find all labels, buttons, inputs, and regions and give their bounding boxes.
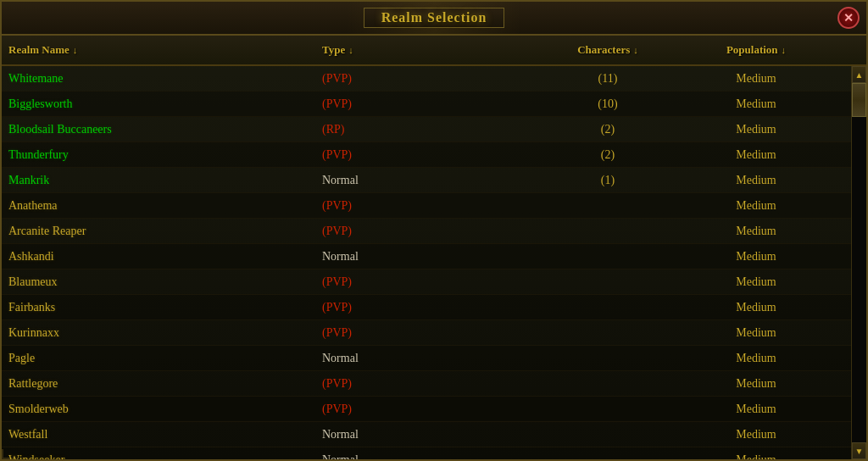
table-row[interactable]: Thunderfury (PVP) (2) Medium bbox=[2, 142, 866, 168]
realm-name-cell: Bloodsail Buccaneers bbox=[2, 123, 315, 136]
realm-population-cell: Medium bbox=[671, 225, 841, 238]
realm-type-cell: Normal bbox=[315, 453, 544, 460]
realm-name-cell: Pagle bbox=[2, 352, 315, 365]
realm-population-cell: Medium bbox=[671, 123, 841, 136]
realm-type-cell: (PVP) bbox=[315, 148, 544, 162]
realm-population-cell: Medium bbox=[671, 275, 841, 289]
table-row[interactable]: Mankrik Normal (1) Medium bbox=[2, 168, 866, 193]
scrollbar-track[interactable] bbox=[852, 83, 866, 442]
realm-type-cell: (PVP) bbox=[315, 199, 544, 213]
realm-population-cell: Medium bbox=[671, 148, 841, 162]
realm-population-cell: Medium bbox=[671, 352, 841, 365]
realm-characters-cell: (10) bbox=[544, 97, 671, 111]
realm-population-cell: Medium bbox=[671, 72, 841, 86]
sort-arrow-pop: ↓ bbox=[782, 45, 787, 55]
table-row[interactable]: Smolderweb (PVP) Medium bbox=[2, 397, 866, 422]
realm-type-cell: (PVP) bbox=[315, 377, 544, 391]
realm-type-cell: Normal bbox=[315, 250, 544, 264]
realm-population-cell: Medium bbox=[671, 326, 841, 340]
table-row[interactable]: Pagle Normal Medium bbox=[2, 346, 866, 371]
realm-name-cell: Kurinnaxx bbox=[2, 326, 315, 340]
realm-name-cell: Windseeker bbox=[2, 453, 315, 460]
table-row[interactable]: Windseeker Normal Medium bbox=[2, 447, 866, 459]
realm-type-cell: (PVP) bbox=[315, 225, 544, 238]
scrollbar-thumb[interactable] bbox=[852, 83, 866, 117]
realm-name-cell: Bigglesworth bbox=[2, 97, 315, 111]
realm-type-cell: (RP) bbox=[315, 123, 544, 136]
realm-population-cell: Medium bbox=[671, 174, 841, 187]
realm-characters-cell: (2) bbox=[544, 123, 671, 136]
table-row[interactable]: Anathema (PVP) Medium bbox=[2, 193, 866, 219]
realm-population-cell: Medium bbox=[671, 301, 841, 314]
realm-population-cell: Medium bbox=[671, 453, 841, 460]
sort-arrow-chars: ↓ bbox=[633, 45, 638, 55]
realm-population-cell: Medium bbox=[671, 199, 841, 213]
col-header-type[interactable]: Type ↓ bbox=[315, 43, 544, 57]
realm-type-cell: (PVP) bbox=[315, 72, 544, 86]
window-title: Realm Selection bbox=[364, 8, 505, 28]
realm-population-cell: Medium bbox=[671, 428, 841, 442]
realm-type-cell: (PVP) bbox=[315, 301, 544, 314]
col-header-characters[interactable]: Characters ↓ bbox=[544, 43, 671, 57]
realm-name-cell: Blaumeux bbox=[2, 275, 315, 289]
sort-arrow-type: ↓ bbox=[348, 45, 353, 55]
table-row[interactable]: Ashkandi Normal Medium bbox=[2, 244, 866, 269]
realm-type-cell: (PVP) bbox=[315, 403, 544, 416]
title-bar: Realm Selection ✕ bbox=[2, 2, 866, 36]
table-row[interactable]: Whitemane (PVP) (11) Medium bbox=[2, 66, 866, 92]
realm-name-cell: Mankrik bbox=[2, 174, 315, 187]
table-row[interactable]: Kurinnaxx (PVP) Medium bbox=[2, 320, 866, 346]
table-row[interactable]: Arcanite Reaper (PVP) Medium bbox=[2, 219, 866, 244]
col-header-realm[interactable]: Realm Name ↓ bbox=[2, 43, 315, 57]
realm-type-cell: (PVP) bbox=[315, 97, 544, 111]
realm-table-body: Whitemane (PVP) (11) Medium Bigglesworth… bbox=[2, 66, 866, 459]
realm-name-cell: Fairbanks bbox=[2, 301, 315, 314]
table-row[interactable]: Blaumeux (PVP) Medium bbox=[2, 269, 866, 295]
sort-arrow-realm: ↓ bbox=[73, 45, 78, 55]
realm-name-cell: Ashkandi bbox=[2, 250, 315, 264]
column-headers: Realm Name ↓ Type ↓ Characters ↓ Populat… bbox=[2, 36, 866, 66]
table-row[interactable]: Westfall Normal Medium bbox=[2, 422, 866, 447]
table-row[interactable]: Rattlegore (PVP) Medium bbox=[2, 371, 866, 397]
realm-selection-window: Realm Selection ✕ Realm Name ↓ Type ↓ Ch… bbox=[0, 0, 868, 461]
scrollbar-down-button[interactable]: ▼ bbox=[852, 442, 866, 459]
realm-characters-cell: (11) bbox=[544, 72, 671, 86]
table-row[interactable]: Fairbanks (PVP) Medium bbox=[2, 295, 866, 320]
table-row[interactable]: Bloodsail Buccaneers (RP) (2) Medium bbox=[2, 117, 866, 142]
realm-name-cell: Smolderweb bbox=[2, 403, 315, 416]
realm-type-cell: (PVP) bbox=[315, 326, 544, 340]
realm-name-cell: Westfall bbox=[2, 428, 315, 442]
realm-population-cell: Medium bbox=[671, 403, 841, 416]
scrollbar: ▲ ▼ bbox=[851, 66, 866, 459]
realm-name-cell: Anathema bbox=[2, 199, 315, 213]
col-header-population[interactable]: Population ↓ bbox=[671, 43, 841, 57]
realm-type-cell: Normal bbox=[315, 428, 544, 442]
realm-name-cell: Arcanite Reaper bbox=[2, 225, 315, 238]
realm-name-cell: Thunderfury bbox=[2, 148, 315, 162]
realm-type-cell: Normal bbox=[315, 174, 544, 187]
scrollbar-up-button[interactable]: ▲ bbox=[852, 66, 866, 83]
close-button[interactable]: ✕ bbox=[837, 7, 860, 29]
realm-name-cell: Whitemane bbox=[2, 72, 315, 86]
realm-characters-cell: (1) bbox=[544, 174, 671, 187]
realm-name-cell: Rattlegore bbox=[2, 377, 315, 391]
realm-type-cell: Normal bbox=[315, 352, 544, 365]
realm-list: Whitemane (PVP) (11) Medium Bigglesworth… bbox=[2, 66, 866, 459]
realm-population-cell: Medium bbox=[671, 250, 841, 264]
realm-population-cell: Medium bbox=[671, 377, 841, 391]
realm-type-cell: (PVP) bbox=[315, 275, 544, 289]
realm-characters-cell: (2) bbox=[544, 148, 671, 162]
table-row[interactable]: Bigglesworth (PVP) (10) Medium bbox=[2, 92, 866, 117]
realm-population-cell: Medium bbox=[671, 97, 841, 111]
